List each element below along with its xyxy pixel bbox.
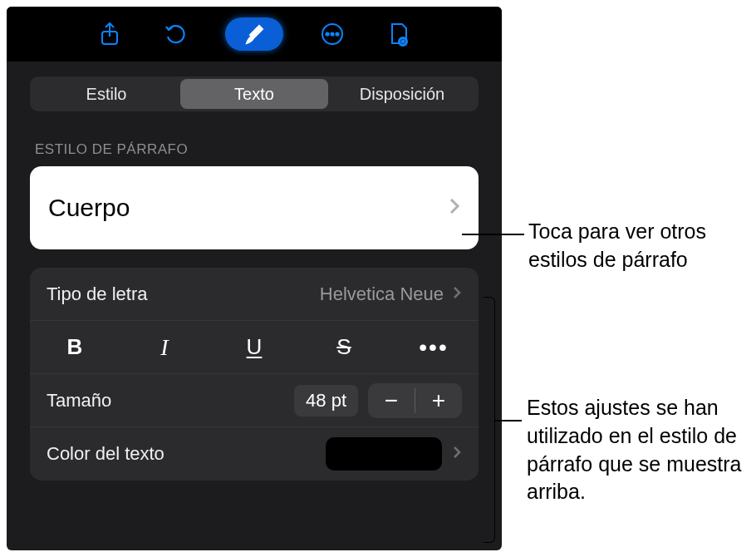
strikethrough-button[interactable]: S	[299, 321, 389, 373]
paragraph-style-name: Cuerpo	[48, 194, 130, 222]
format-buttons-row: B I U S •••	[30, 321, 479, 374]
callout-bracket	[484, 297, 495, 543]
callout-2: Estos ajustes se han utilizado en el est…	[527, 394, 756, 506]
bold-button[interactable]: B	[30, 321, 120, 373]
size-increase-button[interactable]: +	[415, 383, 462, 418]
tab-layout[interactable]: Disposición	[328, 79, 476, 109]
svg-point-7	[402, 41, 405, 43]
callout-1: Toca para ver otros estilos de párrafo	[528, 218, 753, 274]
tab-text[interactable]: Texto	[180, 79, 328, 109]
svg-point-4	[336, 32, 338, 35]
text-color-row[interactable]: Color del texto	[30, 427, 479, 481]
document-view-icon[interactable]	[381, 17, 416, 52]
italic-button[interactable]: I	[120, 321, 209, 373]
font-row[interactable]: Tipo de letra Helvetica Neue	[30, 268, 479, 321]
font-value: Helvetica Neue	[320, 283, 444, 305]
svg-point-2	[326, 32, 328, 35]
font-label: Tipo de letra	[47, 283, 320, 305]
chevron-right-icon	[452, 283, 462, 305]
share-icon[interactable]	[92, 17, 127, 52]
paintbrush-icon[interactable]	[225, 17, 283, 51]
size-row: Tamaño 48 pt − +	[30, 374, 479, 427]
segmented-tabs-wrap: Estilo Texto Disposición	[7, 62, 502, 118]
tab-style[interactable]: Estilo	[32, 79, 180, 109]
size-stepper: − +	[368, 383, 462, 418]
callout-line-1	[462, 234, 524, 235]
text-color-label: Color del texto	[47, 443, 326, 465]
chevron-right-icon	[449, 197, 460, 219]
size-value[interactable]: 48 pt	[294, 385, 358, 417]
top-toolbar	[7, 7, 502, 62]
size-label: Tamaño	[47, 390, 294, 412]
underline-button[interactable]: U	[209, 321, 299, 373]
callout-line-2	[495, 420, 522, 421]
paragraph-style-header: ESTILO DE PÁRRAFO	[7, 118, 502, 166]
more-icon[interactable]	[315, 17, 350, 52]
format-panel: Estilo Texto Disposición ESTILO DE PÁRRA…	[7, 7, 502, 550]
text-settings-card: Tipo de letra Helvetica Neue B I U S •••…	[30, 268, 479, 481]
paragraph-style-selector[interactable]: Cuerpo	[30, 166, 479, 249]
text-color-swatch[interactable]	[326, 437, 442, 471]
chevron-right-icon	[452, 443, 462, 465]
undo-icon[interactable]	[159, 17, 194, 52]
segmented-tabs: Estilo Texto Disposición	[30, 76, 479, 111]
svg-point-3	[331, 32, 333, 35]
more-format-button[interactable]: •••	[389, 321, 479, 373]
size-decrease-button[interactable]: −	[368, 383, 415, 418]
